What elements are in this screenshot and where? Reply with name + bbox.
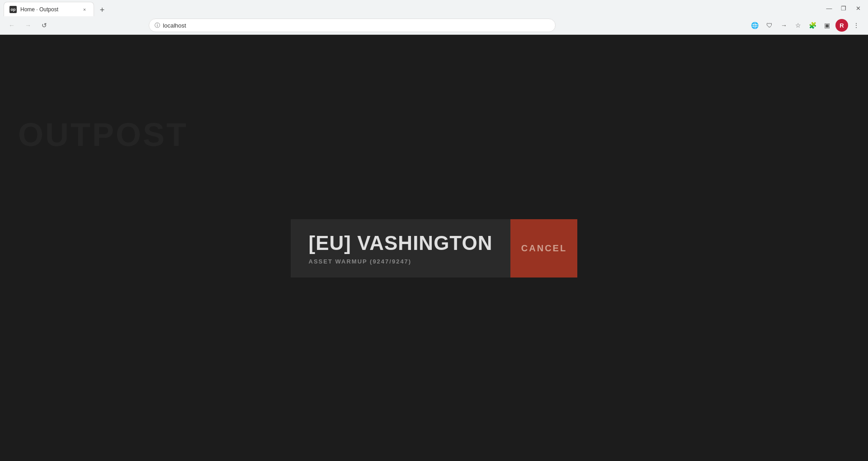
browser-addressbar: ← → ↺ ⓘ localhost 🌐 🛡 → ☆ 🧩 ▣ R ⋮ [0,16,868,34]
loading-info: [EU] VASHINGTON ASSET WARMUP (9247/9247) [291,219,511,278]
bookmark-icon[interactable]: ☆ [792,19,805,32]
new-tab-button[interactable]: + [96,4,108,16]
tab-favicon: op [9,6,17,13]
cancel-button[interactable]: CANCEL [510,219,577,278]
menu-button[interactable]: ⋮ [850,19,863,32]
toolbar-icons: 🌐 🛡 → ☆ 🧩 ▣ R ⋮ [749,19,863,32]
address-text: localhost [163,22,186,29]
page-content: OUTPOST [EU] VASHINGTON ASSET WARMUP (92… [0,35,868,461]
back-button[interactable]: ← [5,19,18,32]
profile-button[interactable]: R [835,19,848,32]
bg-watermark: OUTPOST [18,116,188,153]
close-button[interactable]: ✕ [852,2,864,14]
browser-title-bar: op Home · Outpost × + — ❐ ✕ [0,0,868,16]
extensions-icon[interactable]: 🧩 [807,19,819,32]
tab-title: Home · Outpost [20,6,77,13]
sidebar-icon[interactable]: ▣ [821,19,834,32]
address-bar-lock-icon: ⓘ [155,22,160,29]
reload-button[interactable]: ↺ [38,19,51,32]
forward-button[interactable]: → [22,19,34,32]
window-controls: — ❐ ✕ [823,2,864,14]
address-bar[interactable]: ⓘ localhost [149,19,556,32]
loading-card: [EU] VASHINGTON ASSET WARMUP (9247/9247)… [291,219,578,278]
server-name: [EU] VASHINGTON [309,232,493,254]
maximize-button[interactable]: ❐ [837,2,850,14]
minimize-button[interactable]: — [823,2,835,14]
share-icon[interactable]: → [778,19,790,32]
browser-tab-active[interactable]: op Home · Outpost × [4,2,94,16]
shield-icon[interactable]: 🛡 [763,19,776,32]
translate-icon[interactable]: 🌐 [749,19,761,32]
browser-tabs: op Home · Outpost × + [4,0,823,16]
browser-chrome: op Home · Outpost × + — ❐ ✕ ← → ↺ ⓘ loca… [0,0,868,35]
tab-close-button[interactable]: × [81,6,88,13]
status-text: ASSET WARMUP (9247/9247) [309,258,493,265]
